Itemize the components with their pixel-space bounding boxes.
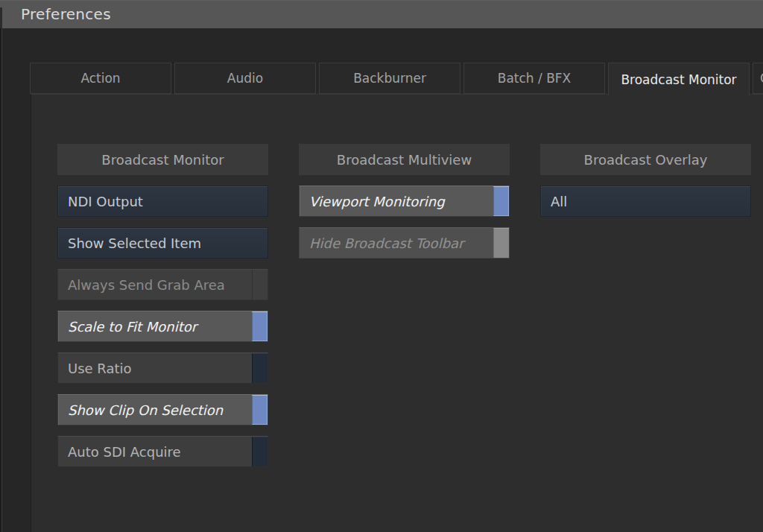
window-title: Preferences <box>0 5 111 23</box>
preferences-window: { "window": { "title": "Preferences" }, … <box>0 0 763 532</box>
menu-button-show-selected-item[interactable]: Show Selected Item <box>57 227 268 259</box>
section-header-label: Broadcast Multiview <box>337 152 472 168</box>
menu-button-ndi-output[interactable]: NDI Output <box>57 186 268 217</box>
title-bar: Preferences <box>0 0 763 28</box>
section-header-label: Broadcast Overlay <box>584 152 708 168</box>
toggle-state-indicator <box>493 228 509 258</box>
toggle-state-indicator <box>252 395 267 425</box>
button-label: Auto SDI Acquire <box>58 444 181 460</box>
title-bar-left-notch <box>0 7 2 28</box>
button-label: Viewport Monitoring <box>300 194 445 209</box>
toggle-hide-broadcast-toolbar: Hide Broadcast Toolbar <box>299 227 510 259</box>
button-label: Show Clip On Selection <box>58 402 223 418</box>
column-broadcast-monitor: Broadcast MonitorNDI OutputShow Selected… <box>57 0 268 532</box>
button-label: Show Selected Item <box>58 235 201 251</box>
button-label: NDI Output <box>58 194 143 209</box>
toggle-state-indicator <box>252 270 267 300</box>
toggle-always-send-grab-area: Always Send Grab Area <box>57 269 268 300</box>
toggle-scale-to-fit-monitor[interactable]: Scale to Fit Monitor <box>57 311 268 342</box>
section-header-broadcast-monitor: Broadcast Monitor <box>57 144 268 175</box>
toggle-state-indicator <box>252 437 267 466</box>
tab-broadcast-monitor[interactable]: Broadcast Monitor <box>608 63 750 95</box>
toggle-show-clip-on-selection[interactable]: Show Clip On Selection <box>57 394 268 425</box>
tab-label: Broadcast Monitor <box>621 72 736 87</box>
button-label: Always Send Grab Area <box>58 277 225 293</box>
button-label: Use Ratio <box>58 361 132 376</box>
button-label: Scale to Fit Monitor <box>58 319 197 335</box>
toggle-auto-sdi-acquire[interactable]: Auto SDI Acquire <box>57 436 268 467</box>
toggle-state-indicator <box>252 353 267 383</box>
button-label: All <box>541 194 567 209</box>
column-broadcast-multiview: Broadcast MultiviewViewport MonitoringHi… <box>299 0 510 532</box>
window-left-edge-highlight <box>1 28 2 532</box>
section-header-broadcast-multiview: Broadcast Multiview <box>299 144 510 175</box>
button-label: Hide Broadcast Toolbar <box>300 235 463 251</box>
menu-button-all[interactable]: All <box>540 186 751 217</box>
toggle-viewport-monitoring[interactable]: Viewport Monitoring <box>299 186 510 217</box>
toggle-state-indicator <box>493 186 509 216</box>
toggle-use-ratio[interactable]: Use Ratio <box>57 352 268 384</box>
section-header-label: Broadcast Monitor <box>101 152 224 168</box>
section-header-broadcast-overlay: Broadcast Overlay <box>540 144 751 175</box>
toggle-state-indicator <box>252 311 267 341</box>
